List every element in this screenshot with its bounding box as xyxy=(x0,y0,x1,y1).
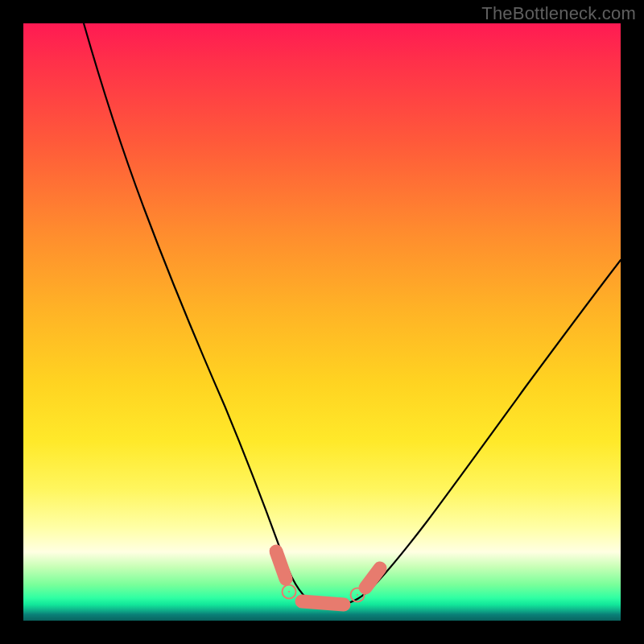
curve-svg xyxy=(23,23,621,621)
blob-4 xyxy=(357,594,358,596)
outer-frame: TheBottleneck.com xyxy=(0,0,644,644)
blob-2 xyxy=(288,591,290,592)
blob-3 xyxy=(302,601,344,605)
min-region-blobs xyxy=(276,551,380,605)
watermark-text: TheBottleneck.com xyxy=(481,3,636,24)
blob-5 xyxy=(365,568,380,588)
bottleneck-curve xyxy=(84,23,621,605)
plot-area xyxy=(23,23,621,621)
blob-1 xyxy=(276,551,286,579)
